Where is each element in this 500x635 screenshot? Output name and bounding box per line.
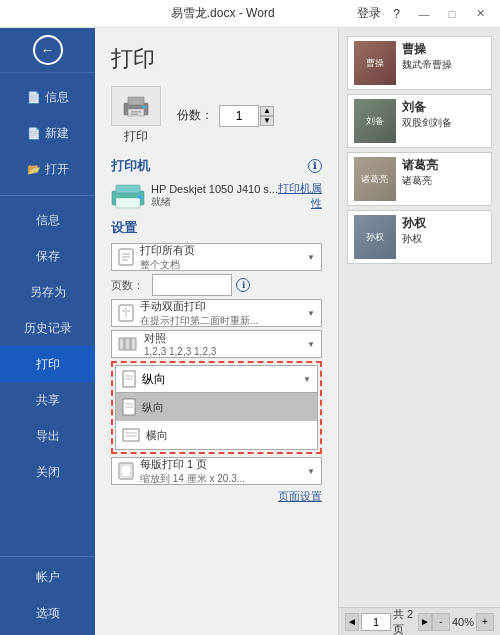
orientation-selected[interactable]: 纵向 ▼ [115,365,318,393]
maximize-button[interactable]: □ [440,4,464,24]
collate-sub: 1,2,3 1,2,3 1,2,3 [144,346,216,357]
sidebar-divider-2 [0,556,95,557]
paper-sub: 缩放到 14 厘米 x 20.3... [140,472,245,486]
sidebar-item-info2[interactable]: 信息 [0,202,95,238]
duplex-icon [118,304,134,322]
spin-down-button[interactable]: ▼ [260,116,274,126]
printer-small-icon [111,183,145,209]
titlebar: 易雪龙.docx - Word 登录 ? — □ ✕ [0,0,500,28]
copies-label: 份数： [177,107,213,124]
paper-icon [118,462,134,480]
preview-card-zhuge: 诸葛亮 诸葛亮 诸葛亮 [347,152,492,206]
zhuge-thumb: 诸葛亮 [354,157,396,201]
sidebar-item-saveas[interactable]: 另存为 [0,274,95,310]
sidebar-item-export[interactable]: 导出 [0,418,95,454]
orientation-portrait-icon [122,370,136,388]
sunquan-name: 孙权 [402,215,426,232]
minimize-button[interactable]: — [412,4,436,24]
sidebar-item-close[interactable]: 关闭 [0,454,95,490]
sidebar: ← 📄 信息 📄 新建 📂 打开 信息 保存 另存为 历史记录 打印 共享 [0,28,95,635]
liubei-text: 刘备 双股剑刘备 [402,99,452,130]
sidebar-item-save[interactable]: 保存 [0,238,95,274]
paper-arrow: ▼ [307,467,315,476]
svg-rect-19 [131,338,136,350]
liubei-name: 刘备 [402,99,452,116]
print-preview: 曹操 曹操 魏武帝曹操 刘备 刘备 双 [338,28,500,635]
sidebar-item-history[interactable]: 历史记录 [0,310,95,346]
paper-select[interactable]: 每版打印 1 页 缩放到 14 厘米 x 20.3... ▼ [111,457,322,485]
liubei-thumb: 刘备 [354,99,396,143]
sidebar-bottom: 帐户 选项 [0,554,95,635]
page-number-input[interactable] [361,613,391,631]
printer-icon-box [111,86,161,126]
sunquan-thumb: 孙权 [354,215,396,259]
login-button[interactable]: 登录 [357,5,381,22]
pages-row: 页数： ℹ [111,274,322,296]
svg-rect-8 [116,198,140,208]
back-circle-icon[interactable]: ← [33,35,63,65]
liubei-desc: 双股剑刘备 [402,116,452,130]
orientation-option-landscape[interactable]: 横向 [116,421,317,449]
orientation-option-portrait[interactable]: 纵向 [116,393,317,421]
printer-name: HP Deskjet 1050 J410 s... [151,183,278,195]
portrait-label: 纵向 [142,400,164,415]
spin-up-button[interactable]: ▲ [260,106,274,116]
all-pages-text: 打印所有页 [140,243,195,258]
all-pages-icon [118,248,134,266]
duplex-text: 手动双面打印 [140,299,258,314]
printer-status: 就绪 [151,195,278,209]
pages-input[interactable] [152,274,232,296]
printer-section-heading: 打印机 ℹ [111,157,322,175]
sidebar-item-share[interactable]: 共享 [0,382,95,418]
all-pages-select[interactable]: 打印所有页 整个文档 ▼ [111,243,322,271]
next-page-button[interactable]: ► [418,613,432,631]
svg-rect-17 [119,338,124,350]
print-panel: 打印 [95,28,500,635]
sidebar-item-options[interactable]: 选项 [0,595,95,631]
sidebar-item-print[interactable]: 打印 [0,346,95,382]
preview-scroll: 曹操 曹操 魏武帝曹操 刘备 刘备 双 [339,28,500,607]
sidebar-item-dakai[interactable]: 📂 打开 [0,151,95,187]
portrait-icon [122,398,136,416]
collate-text: 对照 [144,331,216,346]
svg-rect-7 [116,185,140,193]
sidebar-item-account[interactable]: 帐户 [0,559,95,595]
preview-nav: ◄ 共 2 页 ► - 40% + [339,607,500,635]
zoom-in-button[interactable]: + [476,613,494,631]
prev-page-button[interactable]: ◄ [345,613,359,631]
sidebar-divider-1 [0,195,95,196]
back-button[interactable]: ← [0,28,95,73]
caocao-text: 曹操 魏武帝曹操 [402,41,452,72]
svg-rect-18 [125,338,130,350]
all-pages-arrow: ▼ [307,253,315,262]
print-button-label[interactable]: 打印 [124,128,148,145]
svg-point-9 [138,195,142,199]
preview-card-liubei: 刘备 刘备 双股剑刘备 [347,94,492,148]
page-setup-link[interactable]: 页面设置 [111,489,322,504]
sidebar-item-xinxi[interactable]: 📄 信息 [0,79,95,115]
duplex-select[interactable]: 手动双面打印 在提示打印第二面时重新... ▼ [111,299,322,327]
duplex-sub: 在提示打印第二面时重新... [140,314,258,328]
caocao-desc: 魏武帝曹操 [402,58,452,72]
sidebar-item-xinjian[interactable]: 📄 新建 [0,115,95,151]
xinjian-icon: 📄 [27,127,41,140]
copies-input[interactable] [219,105,259,127]
zoom-out-button[interactable]: - [432,613,450,631]
landscape-icon [122,428,140,442]
help-button[interactable]: ? [393,7,400,21]
copies-spinner: ▲ ▼ [260,106,274,126]
sidebar-spacer [0,494,95,554]
svg-rect-3 [131,111,141,113]
collate-select[interactable]: 对照 1,2,3 1,2,3 1,2,3 ▼ [111,330,322,358]
landscape-label: 横向 [146,428,168,443]
close-button[interactable]: ✕ [468,4,492,24]
settings-section-heading: 设置 [111,219,322,237]
printer-properties-link[interactable]: 打印机属性 [278,181,322,211]
printer-info-icon[interactable]: ℹ [308,159,322,173]
page-total: 共 2 页 [393,607,416,636]
paper-text: 每版打印 1 页 [140,457,245,472]
content-area: 打印 [95,28,500,635]
copies-row: 打印 份数： ▲ ▼ [111,86,322,145]
pages-info-icon[interactable]: ℹ [236,278,250,292]
orientation-dropdown: 纵向 横向 [115,393,318,450]
